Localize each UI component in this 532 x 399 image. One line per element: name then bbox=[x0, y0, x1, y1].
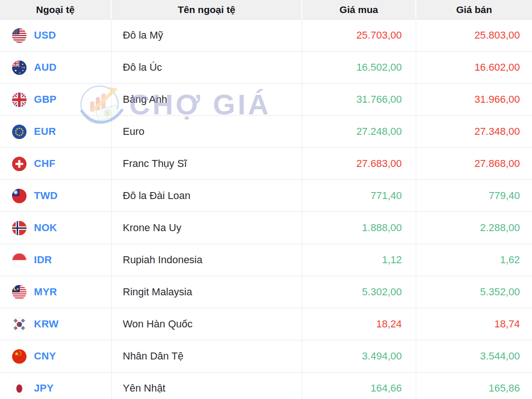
currency-name: Đô la Mỹ bbox=[112, 20, 302, 51]
sell-price: 16.602,00 bbox=[416, 52, 532, 83]
tw-flag-icon bbox=[12, 189, 27, 203]
table-row: KRWWon Hàn Quốc18,2418,74 bbox=[0, 308, 532, 340]
sell-price: 3.544,00 bbox=[416, 340, 532, 372]
sell-price: 1,62 bbox=[416, 244, 532, 276]
table-row: TWDĐô la Đài Loan771,40779,40 bbox=[0, 180, 532, 212]
buy-price: 3.494,00 bbox=[302, 340, 416, 372]
currency-name: Euro bbox=[112, 116, 302, 147]
table-row: JPYYên Nhật164,66165,86 bbox=[0, 372, 532, 399]
buy-price: 27.248,00 bbox=[302, 116, 416, 147]
table-row: IDRRupiah Indonesia1,121,62 bbox=[0, 244, 532, 276]
buy-price: 27.683,00 bbox=[302, 148, 416, 180]
buy-price: 1.888,00 bbox=[302, 212, 416, 244]
currency-name: Yên Nhật bbox=[112, 372, 302, 399]
buy-price: 164,66 bbox=[302, 372, 416, 399]
gb-flag-icon bbox=[12, 93, 27, 107]
sell-price: 18,74 bbox=[416, 308, 532, 340]
table-row: GBPBảng Anh31.766,0031.966,00 bbox=[0, 84, 532, 116]
sell-price: 27.348,00 bbox=[416, 116, 532, 147]
buy-price: 5.302,00 bbox=[302, 276, 416, 308]
buy-price: 1,12 bbox=[302, 244, 416, 276]
currency-code-link[interactable]: AUD bbox=[34, 61, 57, 73]
table-row: USDĐô la Mỹ25.703,0025.803,00 bbox=[0, 20, 532, 52]
currency-name: Nhân Dân Tệ bbox=[112, 340, 302, 372]
buy-price: 771,40 bbox=[302, 180, 416, 212]
exchange-rate-table: Ngoại tệ Tên ngoại tệ Giá mua Giá bán US… bbox=[0, 0, 532, 399]
currency-cell: GBP bbox=[0, 84, 112, 115]
currency-code-link[interactable]: NOK bbox=[34, 222, 57, 234]
currency-cell: CHF bbox=[0, 148, 112, 180]
currency-cell: JPY bbox=[0, 372, 112, 399]
currency-cell: CNY bbox=[0, 340, 112, 372]
buy-price: 31.766,00 bbox=[302, 84, 416, 115]
sell-price: 165,86 bbox=[416, 372, 532, 399]
currency-cell: NOK bbox=[0, 212, 112, 244]
my-flag-icon bbox=[12, 285, 27, 299]
table-row: CNYNhân Dân Tệ3.494,003.544,00 bbox=[0, 340, 532, 372]
currency-name: Bảng Anh bbox=[112, 84, 302, 115]
currency-code-link[interactable]: CHF bbox=[34, 158, 55, 170]
currency-cell: MYR bbox=[0, 276, 112, 308]
currency-cell: TWD bbox=[0, 180, 112, 212]
jp-flag-icon bbox=[12, 381, 27, 396]
currency-name: Đô la Úc bbox=[112, 52, 302, 83]
currency-code-link[interactable]: KRW bbox=[34, 318, 59, 330]
currency-code-link[interactable]: EUR bbox=[34, 126, 56, 138]
currency-name: Franc Thụy Sĩ bbox=[112, 148, 302, 180]
currency-name: Krone Na Uy bbox=[112, 212, 302, 244]
us-flag-icon bbox=[12, 28, 27, 43]
currency-cell: IDR bbox=[0, 244, 112, 276]
no-flag-icon bbox=[12, 221, 27, 235]
currency-name: Rupiah Indonesia bbox=[112, 244, 302, 276]
table-row: MYRRingit Malaysia5.302,005.352,00 bbox=[0, 276, 532, 308]
currency-cell: USD bbox=[0, 20, 112, 51]
table-row: AUDĐô la Úc16.502,0016.602,00 bbox=[0, 52, 532, 84]
sell-price: 31.966,00 bbox=[416, 84, 532, 115]
id-flag-icon bbox=[12, 253, 27, 267]
sell-price: 779,40 bbox=[416, 180, 532, 212]
column-header-sell-price: Giá bán bbox=[416, 0, 532, 19]
currency-cell: AUD bbox=[0, 52, 112, 83]
eu-flag-icon bbox=[12, 125, 27, 139]
table-row: EUREuro27.248,0027.348,00 bbox=[0, 116, 532, 148]
currency-code-link[interactable]: JPY bbox=[34, 382, 53, 394]
buy-price: 25.703,00 bbox=[302, 20, 416, 51]
ch-flag-icon bbox=[12, 157, 27, 171]
table-row: CHFFranc Thụy Sĩ27.683,0027.868,00 bbox=[0, 148, 532, 180]
sell-price: 27.868,00 bbox=[416, 148, 532, 180]
currency-name: Đô la Đài Loan bbox=[112, 180, 302, 212]
currency-cell: KRW bbox=[0, 308, 112, 340]
currency-cell: EUR bbox=[0, 116, 112, 147]
currency-code-link[interactable]: GBP bbox=[34, 93, 57, 106]
column-header-currency: Ngoại tệ bbox=[0, 0, 112, 19]
column-header-currency-name: Tên ngoại tệ bbox=[112, 0, 302, 19]
currency-name: Ringit Malaysia bbox=[112, 276, 302, 308]
sell-price: 25.803,00 bbox=[416, 20, 532, 51]
currency-code-link[interactable]: USD bbox=[34, 29, 56, 41]
buy-price: 16.502,00 bbox=[302, 52, 416, 83]
currency-name: Won Hàn Quốc bbox=[112, 308, 302, 340]
buy-price: 18,24 bbox=[302, 308, 416, 340]
sell-price: 5.352,00 bbox=[416, 276, 532, 308]
table-row: NOKKrone Na Uy1.888,002.288,00 bbox=[0, 212, 532, 244]
currency-code-link[interactable]: MYR bbox=[34, 286, 57, 298]
kr-flag-icon bbox=[12, 317, 27, 332]
currency-code-link[interactable]: IDR bbox=[34, 254, 52, 266]
cn-flag-icon bbox=[12, 349, 27, 364]
column-header-buy-price: Giá mua bbox=[302, 0, 416, 19]
au-flag-icon bbox=[12, 60, 27, 75]
sell-price: 2.288,00 bbox=[416, 212, 532, 244]
table-header: Ngoại tệ Tên ngoại tệ Giá mua Giá bán bbox=[0, 0, 532, 20]
table-body: USDĐô la Mỹ25.703,0025.803,00AUDĐô la Úc… bbox=[0, 20, 532, 399]
currency-code-link[interactable]: CNY bbox=[34, 350, 56, 362]
currency-code-link[interactable]: TWD bbox=[34, 190, 58, 202]
